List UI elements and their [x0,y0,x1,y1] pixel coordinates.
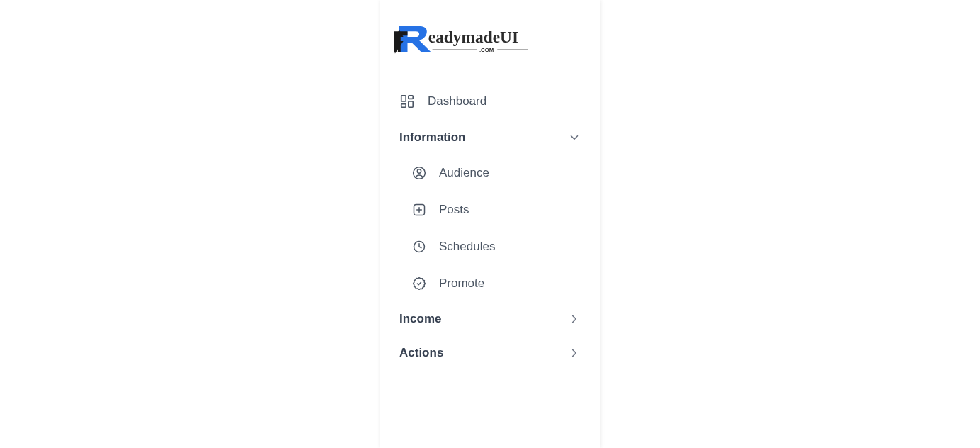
svg-rect-5 [401,104,406,108]
sidebar-item-label: Promote [439,276,484,291]
section-title: Actions [399,346,443,360]
section-header-income[interactable]: Income [380,302,600,336]
sidebar-item-label: Schedules [439,240,495,254]
badge-icon [412,276,426,291]
clock-icon [412,240,426,254]
section-title: Information [399,130,466,145]
plus-square-icon [412,203,426,217]
logo-text: eadymadeUI [428,28,518,46]
logo[interactable]: eadymadeUI .COM [380,14,600,77]
sidebar-item-posts[interactable]: Posts [392,191,600,228]
svg-point-7 [417,169,421,173]
logo-subtext: .COM [479,47,494,53]
section-information-items: Audience Posts Schedules [380,155,600,302]
section-header-information[interactable]: Information [380,121,600,155]
sidebar-item-label: Audience [439,166,489,180]
chevron-right-icon [568,313,581,325]
svg-rect-2 [401,96,406,101]
sidebar-item-promote[interactable]: Promote [392,265,600,302]
chevron-right-icon [568,347,581,359]
sidebar-item-label: Posts [439,203,469,217]
svg-rect-4 [409,101,413,107]
sidebar-item-label: Dashboard [428,94,486,108]
sidebar-item-schedules[interactable]: Schedules [392,228,600,265]
dashboard-icon [399,94,415,109]
chevron-down-icon [568,131,581,144]
section-header-actions[interactable]: Actions [380,336,600,370]
sidebar-item-audience[interactable]: Audience [392,155,600,191]
svg-rect-3 [409,96,413,99]
sidebar: eadymadeUI .COM Dashboard Information [380,0,600,448]
user-icon [412,166,426,180]
section-title: Income [399,312,442,326]
sidebar-item-dashboard[interactable]: Dashboard [380,82,600,121]
